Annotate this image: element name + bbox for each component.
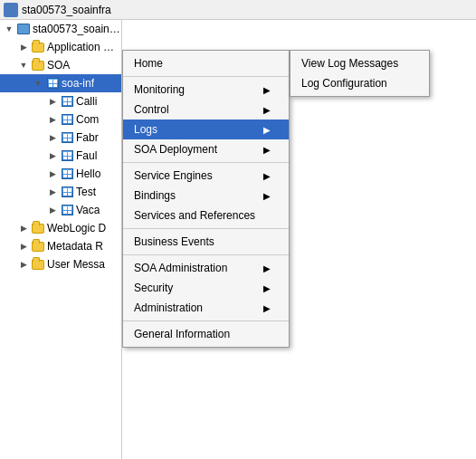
arrow-icon-monitoring: ▶ xyxy=(263,85,271,95)
expand-icon-fabr: ▶ xyxy=(45,130,60,145)
tree-item-appdeployments[interactable]: ▶ Application Deployments xyxy=(0,38,121,56)
logs-submenu: View Log Messages Log Configuration xyxy=(290,50,430,97)
menu-item-home[interactable]: Home xyxy=(123,53,289,73)
menu-label-soa-administration: SOA Administration xyxy=(134,262,227,274)
tree-label-soainfra: soa-inf xyxy=(62,77,94,90)
grid-icon-fabr xyxy=(60,131,74,144)
expand-icon-weblogic: ▶ xyxy=(16,221,31,235)
tree-item-root[interactable]: ▼ sta00573_soainfra xyxy=(0,20,121,38)
menu-item-view-log[interactable]: View Log Messages xyxy=(290,53,429,73)
grid-icon-faul xyxy=(60,149,74,162)
tree-label-usermessa: User Messa xyxy=(47,258,105,271)
menu-item-security[interactable]: Security ▶ xyxy=(123,278,289,298)
menu-item-business-events[interactable]: Business Events xyxy=(123,232,289,252)
menu-label-monitoring: Monitoring xyxy=(134,83,185,96)
expand-icon-metadata: ▶ xyxy=(16,239,31,253)
menu-item-log-config[interactable]: Log Configuration xyxy=(290,73,429,93)
title-bar-label: sta00573_soainfra xyxy=(22,4,111,16)
tree-label-weblogic: WebLogic D xyxy=(47,222,106,234)
tree-label-calli: Calli xyxy=(76,95,97,108)
tree-label-appdeployments: Application Deployments xyxy=(47,41,121,53)
expand-icon-faul: ▶ xyxy=(45,148,60,163)
menu-label-control: Control xyxy=(134,103,169,116)
grid-icon-com xyxy=(60,113,74,126)
title-bar-icon xyxy=(4,3,18,17)
menu-item-service-engines[interactable]: Service Engines ▶ xyxy=(123,166,289,186)
expand-icon-calli: ▶ xyxy=(45,94,60,109)
menu-label-general-information: General Information xyxy=(134,328,230,340)
tree-item-vaca[interactable]: ▶ Vaca xyxy=(0,201,121,219)
tree-item-calli[interactable]: ▶ Calli xyxy=(0,92,121,110)
tree-label-metadata: Metadata R xyxy=(47,240,103,253)
menu-divider-5 xyxy=(123,320,289,321)
menu-item-monitoring[interactable]: Monitoring ▶ xyxy=(123,80,289,100)
tree-panel: ▼ sta00573_soainfra ▶ Application Deploy… xyxy=(0,20,122,459)
server-icon-root xyxy=(16,23,31,35)
tree-item-metadata[interactable]: ▶ Metadata R xyxy=(0,237,121,255)
arrow-icon-control: ▶ xyxy=(263,105,271,115)
arrow-icon-service-engines: ▶ xyxy=(263,171,271,181)
menu-item-soa-administration[interactable]: SOA Administration ▶ xyxy=(123,258,289,278)
menu-divider-1 xyxy=(123,76,289,77)
menu-item-soa-deployment[interactable]: SOA Deployment ▶ xyxy=(123,139,289,159)
menu-label-service-engines: Service Engines xyxy=(134,169,213,182)
arrow-icon-soa-administration: ▶ xyxy=(263,263,271,273)
arrow-icon-administration: ▶ xyxy=(263,303,271,313)
tree-label-root: sta00573_soainfra xyxy=(33,23,121,35)
menu-divider-2 xyxy=(123,162,289,163)
menu-label-soa-deployment: SOA Deployment xyxy=(134,143,217,156)
expand-icon-com: ▶ xyxy=(45,112,60,127)
tree-item-test[interactable]: ▶ Test xyxy=(0,183,121,201)
grid-icon-test xyxy=(60,186,74,198)
grid-icon-hello xyxy=(60,167,74,180)
tree-item-fabr[interactable]: ▶ Fabr xyxy=(0,129,121,147)
menu-item-control[interactable]: Control ▶ xyxy=(123,100,289,120)
menu-label-home: Home xyxy=(134,57,163,70)
tree-item-com[interactable]: ▶ Com xyxy=(0,110,121,129)
tree-item-usermessa[interactable]: ▶ User Messa xyxy=(0,255,121,273)
expand-icon-appdeployments: ▶ xyxy=(16,40,31,54)
menu-divider-3 xyxy=(123,228,289,229)
tree-label-soa: SOA xyxy=(47,59,70,72)
folder-icon-appdeployments xyxy=(31,41,45,53)
menu-item-services-references[interactable]: Services and References xyxy=(123,206,289,225)
expand-icon-usermessa: ▶ xyxy=(16,257,31,272)
grid-icon-vaca xyxy=(60,204,74,216)
tree-label-hello: Hello xyxy=(76,167,100,180)
tree-item-faul[interactable]: ▶ Faul xyxy=(0,147,121,165)
menu-label-bindings: Bindings xyxy=(134,189,176,202)
menu-label-security: Security xyxy=(134,282,173,294)
menu-label-view-log: View Log Messages xyxy=(301,57,398,70)
expand-icon-soainfra: ▼ xyxy=(31,76,45,91)
arrow-icon-bindings: ▶ xyxy=(263,191,271,201)
folder-icon-usermessa xyxy=(31,258,45,271)
expand-icon-hello: ▶ xyxy=(45,167,60,181)
menu-label-business-events: Business Events xyxy=(134,235,214,248)
tree-item-weblogic[interactable]: ▶ WebLogic D xyxy=(0,219,121,237)
tree-label-com: Com xyxy=(76,113,99,126)
tree-item-hello[interactable]: ▶ Hello xyxy=(0,165,121,183)
expand-icon-root: ▼ xyxy=(2,22,16,36)
tree-item-soainfra[interactable]: ▼ soa-inf xyxy=(0,74,121,92)
tree-item-soa[interactable]: ▼ SOA xyxy=(0,56,121,74)
expand-icon-test: ▶ xyxy=(45,185,60,199)
tree-label-test: Test xyxy=(76,186,96,198)
menu-label-administration: Administration xyxy=(134,301,203,314)
menu-item-administration[interactable]: Administration ▶ xyxy=(123,298,289,318)
grid-icon-calli xyxy=(60,95,74,108)
menu-item-logs[interactable]: Logs ▶ xyxy=(123,120,289,139)
menu-label-log-config: Log Configuration xyxy=(301,77,387,90)
expand-icon-vaca: ▶ xyxy=(45,203,60,217)
tree-label-vaca: Vaca xyxy=(76,204,100,216)
folder-icon-metadata xyxy=(31,240,45,253)
menu-item-bindings[interactable]: Bindings ▶ xyxy=(123,186,289,206)
grid-icon-soainfra xyxy=(45,77,60,90)
menu-label-logs: Logs xyxy=(134,123,157,136)
expand-icon-soa: ▼ xyxy=(16,58,31,72)
folder-icon-soa xyxy=(31,59,45,72)
tree-label-faul: Faul xyxy=(76,149,97,162)
arrow-icon-logs: ▶ xyxy=(263,125,271,135)
folder-icon-weblogic xyxy=(31,222,45,234)
title-bar: sta00573_soainfra xyxy=(0,0,476,20)
menu-item-general-information[interactable]: General Information xyxy=(123,324,289,344)
